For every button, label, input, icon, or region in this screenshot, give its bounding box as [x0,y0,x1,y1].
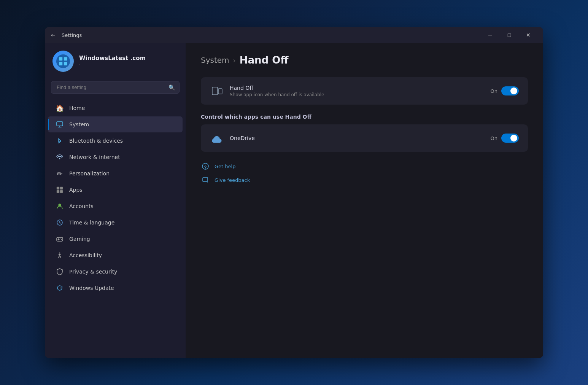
svg-point-14 [60,239,61,239]
user-info: WindowsLatest .com · [79,55,146,68]
personalization-icon: ✏️ [56,169,64,178]
content-area: System › Hand Off Hand Off [186,43,543,358]
sidebar-item-gaming[interactable]: Gaming [48,231,183,247]
sidebar: WindowsLatest .com · 🔍 🏠 Home [45,43,186,358]
bluetooth-icon [56,137,64,145]
user-profile[interactable]: WindowsLatest .com · [45,51,186,81]
main-layout: WindowsLatest .com · 🔍 🏠 Home [45,43,543,358]
sidebar-item-label: Accessibility [69,252,102,258]
get-help-row[interactable]: Get help [201,159,528,173]
window-title: Settings [62,32,82,38]
sidebar-item-label: Bluetooth & devices [69,138,123,144]
sidebar-item-personalization[interactable]: ✏️ Personalization [48,165,183,181]
svg-point-15 [61,239,62,240]
svg-rect-5 [57,122,63,126]
onedrive-control: On [491,134,519,143]
sidebar-item-bluetooth[interactable]: Bluetooth & devices [48,133,183,149]
hand-off-text: Hand Off Show app icon when hand off is … [230,85,485,97]
sidebar-item-accounts[interactable]: Accounts [48,198,183,214]
privacy-icon [56,267,64,276]
sidebar-item-accessibility[interactable]: Accessibility [48,247,183,263]
svg-rect-7 [57,187,59,189]
user-sub: · [79,62,146,68]
update-icon [56,284,64,292]
sidebar-item-update[interactable]: Windows Update [48,280,183,296]
sidebar-item-label: Accounts [69,203,94,209]
sidebar-item-label: Privacy & security [69,269,117,275]
sidebar-item-privacy[interactable]: Privacy & security [48,264,183,280]
hand-off-row: Hand Off Show app icon when hand off is … [201,77,528,105]
accounts-icon [56,202,64,210]
home-icon: 🏠 [56,104,64,112]
sidebar-item-label: Windows Update [69,285,114,291]
svg-rect-10 [60,190,63,193]
window-controls: ─ □ ✕ [482,29,537,41]
apps-card: OneDrive On [201,124,528,152]
sidebar-item-system[interactable]: System [48,116,183,132]
time-icon [56,218,64,227]
breadcrumb-current: Hand Off [240,54,289,66]
svg-rect-4 [64,62,67,65]
search-input[interactable] [51,81,180,94]
give-feedback-label[interactable]: Give feedback [215,177,250,183]
onedrive-name: OneDrive [230,135,485,141]
gaming-icon [56,235,64,243]
settings-window: ← Settings ─ □ ✕ [45,27,543,358]
sidebar-item-label: Home [69,105,85,111]
user-name: WindowsLatest .com [79,55,146,62]
control-section-title: Control which apps can use Hand Off [201,114,528,120]
sidebar-item-label: Apps [69,187,83,193]
maximize-button[interactable]: □ [501,29,518,41]
accessibility-icon [56,251,64,259]
onedrive-icon [210,131,224,145]
sidebar-item-network[interactable]: Network & internet [48,149,183,165]
back-icon[interactable]: ← [51,32,57,38]
minimize-button[interactable]: ─ [482,29,499,41]
sidebar-item-label: System [69,121,89,127]
onedrive-text: OneDrive [230,135,485,141]
titlebar: ← Settings ─ □ ✕ [45,27,543,43]
hand-off-control: On [491,86,519,95]
sidebar-item-label: Personalization [69,170,110,177]
svg-rect-2 [64,57,67,60]
sidebar-item-time[interactable]: Time & language [48,215,183,231]
hand-off-title: Hand Off [230,85,485,91]
hand-off-card: Hand Off Show app icon when hand off is … [201,77,528,105]
system-icon [56,120,64,129]
breadcrumb-parent: System [201,56,229,65]
avatar [52,51,74,72]
sidebar-item-label: Gaming [69,236,90,242]
get-help-label[interactable]: Get help [215,164,235,169]
onedrive-toggle[interactable] [501,134,519,143]
onedrive-row: OneDrive On [201,124,528,152]
svg-point-6 [59,158,60,159]
hand-off-toggle-label: On [491,88,497,94]
svg-rect-1 [59,57,62,60]
sidebar-item-label: Time & language [69,220,114,226]
sidebar-item-home[interactable]: 🏠 Home [48,100,183,116]
sidebar-item-apps[interactable]: Apps [48,182,183,198]
titlebar-left: ← Settings [51,32,82,38]
breadcrumb: System › Hand Off [201,54,528,66]
svg-rect-18 [218,89,222,94]
hand-off-toggle[interactable] [501,86,519,95]
close-button[interactable]: ✕ [520,29,537,41]
hand-off-icon [210,84,224,98]
sidebar-item-label: Network & internet [69,154,120,160]
svg-rect-3 [59,62,62,65]
onedrive-toggle-label: On [491,135,497,141]
search-box: 🔍 [51,81,180,94]
svg-point-20 [205,168,206,169]
breadcrumb-separator: › [233,56,236,64]
apps-icon [56,186,64,194]
svg-point-16 [59,253,60,254]
sidebar-nav: 🏠 Home System [45,100,186,296]
get-help-icon [201,162,210,171]
give-feedback-row[interactable]: Give feedback [201,173,528,187]
hand-off-description: Show app icon when hand off is available [230,92,485,97]
svg-rect-8 [60,187,63,189]
svg-rect-0 [56,54,70,68]
give-feedback-icon [201,175,210,185]
network-icon [56,153,64,161]
search-icon: 🔍 [168,84,175,91]
